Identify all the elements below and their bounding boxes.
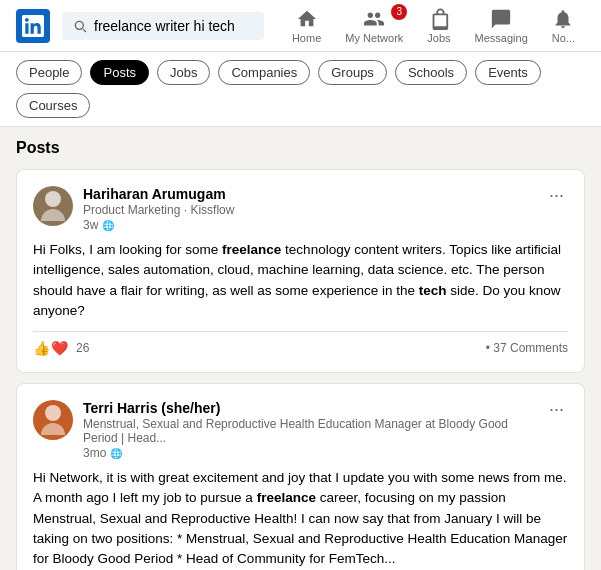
author-info-1: Hariharan Arumugam Product Marketing · K… [83, 186, 234, 232]
nav-network[interactable]: 3 My Network [335, 4, 413, 48]
author-name-1[interactable]: Hariharan Arumugam [83, 186, 234, 202]
globe-icon-1: 🌐 [102, 220, 114, 231]
author-title-1: Product Marketing · Kissflow [83, 203, 234, 217]
header: Home 3 My Network Jobs Messaging No... [0, 0, 601, 52]
like-emoji-1: 👍 [33, 340, 50, 356]
author-name-2[interactable]: Terri Harris (she/her) [83, 400, 545, 416]
filter-posts[interactable]: Posts [90, 60, 149, 85]
nav-icons: Home 3 My Network Jobs Messaging No... [282, 4, 585, 48]
more-button-1[interactable]: ··· [545, 186, 568, 204]
filter-events[interactable]: Events [475, 60, 541, 85]
reaction-count-1: 26 [76, 341, 89, 355]
post-text-2: Hi Network, it is with great excitement … [33, 468, 568, 569]
post-reactions-1: 👍 ❤️ 26 • 37 Comments [33, 331, 568, 356]
filter-jobs[interactable]: Jobs [157, 60, 210, 85]
post-meta-2: 3mo 🌐 [83, 446, 545, 460]
filter-groups[interactable]: Groups [318, 60, 387, 85]
filter-bar: People Posts Jobs Companies Groups Schoo… [0, 52, 601, 127]
comment-count-1: • 37 Comments [486, 341, 568, 355]
reaction-emojis-1: 👍 ❤️ [33, 340, 68, 356]
filter-companies[interactable]: Companies [218, 60, 310, 85]
main-content: Posts Hariharan Arumugam Product Marketi… [0, 127, 601, 570]
filter-people[interactable]: People [16, 60, 82, 85]
filter-schools[interactable]: Schools [395, 60, 467, 85]
nav-jobs-label: Jobs [427, 32, 450, 44]
avatar-1 [33, 186, 73, 226]
author-row-1: Hariharan Arumugam Product Marketing · K… [33, 186, 234, 232]
nav-notifications[interactable]: No... [542, 4, 585, 48]
post-header-1: Hariharan Arumugam Product Marketing · K… [33, 186, 568, 232]
author-row-2: Terri Harris (she/her) Menstrual, Sexual… [33, 400, 545, 460]
nav-jobs[interactable]: Jobs [417, 4, 460, 48]
filter-courses[interactable]: Courses [16, 93, 90, 118]
post-meta-1: 3w 🌐 [83, 218, 234, 232]
post-time-2: 3mo [83, 446, 106, 460]
avatar-2 [33, 400, 73, 440]
search-icon [72, 18, 88, 34]
section-title: Posts [16, 139, 585, 157]
nav-messaging-label: Messaging [475, 32, 528, 44]
post-card: Hariharan Arumugam Product Marketing · K… [16, 169, 585, 373]
nav-home[interactable]: Home [282, 4, 331, 48]
post-header-2: Terri Harris (she/her) Menstrual, Sexual… [33, 400, 568, 460]
nav-messaging[interactable]: Messaging [465, 4, 538, 48]
nav-network-label: My Network [345, 32, 403, 44]
heart-emoji-1: ❤️ [51, 340, 68, 356]
author-title-2: Menstrual, Sexual and Reproductive Healt… [83, 417, 545, 445]
author-info-2: Terri Harris (she/her) Menstrual, Sexual… [83, 400, 545, 460]
globe-icon-2: 🌐 [110, 448, 122, 459]
post-time-1: 3w [83, 218, 98, 232]
post-card-2: Terri Harris (she/her) Menstrual, Sexual… [16, 383, 585, 570]
nav-home-label: Home [292, 32, 321, 44]
more-button-2[interactable]: ··· [545, 400, 568, 418]
linkedin-logo[interactable] [16, 9, 50, 43]
search-bar[interactable] [62, 12, 264, 40]
network-badge: 3 [391, 4, 407, 20]
nav-notifications-label: No... [552, 32, 575, 44]
search-input[interactable] [94, 18, 254, 34]
post-text-1: Hi Folks, I am looking for some freelanc… [33, 240, 568, 321]
